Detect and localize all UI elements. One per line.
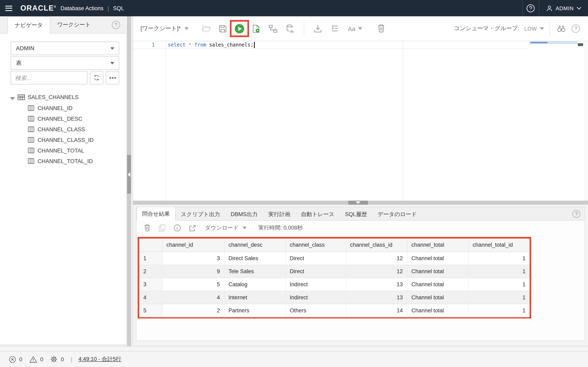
sidebar-splitter-handle[interactable] [127, 155, 131, 194]
tree-node-column[interactable]: CHANNEL_CLASS [11, 124, 119, 134]
grid-cell[interactable]: Channel total [407, 291, 468, 304]
grid-cell[interactable]: 1 [468, 252, 530, 265]
grid-row-4[interactable]: 44InternetIndirect13Channel total1 [139, 291, 530, 304]
grid-cell[interactable]: 4 [162, 291, 224, 304]
tree-node-table[interactable]: SALES_CHANNELS [11, 92, 119, 103]
grid-row-2[interactable]: 29Tele SalesDirect12Channel total1 [139, 265, 530, 278]
grid-cell[interactable]: Indirect [285, 278, 346, 291]
sql-editor[interactable]: 1 select * from sales_channels; [133, 41, 588, 201]
explain-plan-button[interactable] [268, 23, 278, 34]
worksheet-menu-chevron-icon[interactable] [184, 27, 189, 30]
grid-column-header[interactable]: channel_total [407, 239, 468, 252]
sidebar-splitter[interactable] [127, 16, 131, 346]
grid-column-header[interactable]: channel_total_id [468, 239, 530, 252]
grid-cell[interactable]: 9 [162, 265, 224, 278]
grid-cell[interactable]: Catalog [224, 278, 285, 291]
run-script-button[interactable] [251, 23, 261, 34]
tree-node-column[interactable]: CHANNEL_TOTAL_ID [11, 156, 119, 166]
row-number-cell[interactable]: 2 [139, 265, 162, 278]
grid-cell[interactable]: Tele Sales [224, 265, 285, 278]
expander-icon[interactable] [10, 95, 15, 100]
text-size-button[interactable]: Aa [346, 23, 364, 34]
worksheet-help-button[interactable]: ? [571, 23, 581, 34]
user-menu[interactable]: ADMIN [539, 0, 588, 16]
grid-cell[interactable]: Direct [285, 252, 346, 265]
grid-cell[interactable]: 1 [468, 291, 530, 304]
grid-cell[interactable]: 14 [346, 304, 407, 317]
task-count[interactable]: 0 [50, 356, 64, 363]
grid-column-header[interactable]: channel_desc [224, 239, 285, 252]
search-input[interactable] [11, 71, 87, 84]
grid-cell[interactable]: Internet [224, 291, 285, 304]
grid-cell[interactable]: Channel total [407, 304, 468, 317]
open-in-new-window-button[interactable] [188, 224, 196, 232]
error-count[interactable]: 0 [9, 356, 22, 363]
results-splitter[interactable] [133, 201, 588, 205]
grid-cell[interactable]: 1 [468, 265, 530, 278]
discard-results-button[interactable] [143, 224, 151, 232]
grid-column-header[interactable]: channel_id [162, 239, 224, 252]
grid-cell[interactable]: Channel total [407, 278, 468, 291]
grid-row-3[interactable]: 35CatalogIndirect13Channel total1 [139, 278, 530, 291]
sidebar-tab-1[interactable]: ワークシート [50, 16, 98, 33]
results-tab-5[interactable]: SQL履歴 [340, 209, 372, 220]
open-file-button[interactable] [201, 23, 211, 34]
grid-cell[interactable]: 5 [162, 278, 224, 291]
download-editor-button[interactable] [312, 23, 323, 34]
grid-column-header[interactable]: channel_class_id [346, 239, 407, 252]
results-tab-2[interactable]: DBMS出力 [225, 209, 263, 220]
row-number-cell[interactable]: 3 [139, 278, 162, 291]
tree-node-column[interactable]: CHANNEL_ID [11, 103, 119, 113]
save-button[interactable] [217, 23, 228, 34]
row-number-cell[interactable]: 5 [139, 304, 162, 317]
results-help-button[interactable]: ? [572, 210, 580, 218]
results-tab-0[interactable]: 問合せ結果 [136, 207, 176, 221]
clear-worksheet-button[interactable] [376, 23, 387, 34]
session-time-link[interactable]: 4:49:10 - 合計5行 [78, 356, 121, 363]
hamburger-menu-icon[interactable] [0, 0, 17, 16]
tree-node-column[interactable]: CHANNEL_TOTAL [11, 145, 119, 156]
grid-cell[interactable]: 3 [162, 252, 224, 265]
grid-cell[interactable]: Channel total [407, 252, 468, 265]
sidebar-tab-0[interactable]: ナビゲータ [7, 16, 50, 33]
grid-cell[interactable]: Others [285, 304, 346, 317]
more-options-button[interactable] [106, 71, 119, 84]
grid-row-1[interactable]: 13Direct SalesDirect12Channel total1 [139, 252, 530, 265]
editor-scrollbar-thumb[interactable] [578, 43, 583, 46]
tree-node-column[interactable]: CHANNEL_CLASS_ID [11, 134, 119, 145]
grid-cell[interactable]: Direct Sales [224, 252, 285, 265]
row-number-cell[interactable]: 4 [139, 291, 162, 304]
grid-column-header[interactable]: channel_class [285, 239, 346, 252]
grid-cell[interactable]: Channel total [407, 265, 468, 278]
editor-minimap[interactable] [530, 41, 577, 44]
results-tab-3[interactable]: 実行計画 [263, 209, 296, 220]
results-splitter-handle[interactable] [348, 201, 368, 205]
grid-cell[interactable]: 2 [162, 304, 224, 317]
grid-cell[interactable]: Partners [224, 304, 285, 317]
grid-cell[interactable]: Direct [285, 265, 346, 278]
grid-cell[interactable]: 13 [346, 278, 407, 291]
grid-cell[interactable]: 1 [468, 304, 530, 317]
grid-cell[interactable]: 1 [468, 278, 530, 291]
tree-node-column[interactable]: CHANNEL_DESC [11, 113, 119, 124]
sidebar-help-button[interactable]: ? [112, 21, 120, 29]
result-info-button[interactable] [173, 224, 181, 232]
autotrace-button[interactable] [285, 23, 295, 34]
results-tab-4[interactable]: 自動トレース [296, 209, 340, 220]
copy-results-button[interactable] [158, 224, 166, 232]
chevron-down-icon[interactable] [540, 27, 544, 30]
grid-cell[interactable]: 12 [346, 252, 407, 265]
grid-column-header[interactable] [139, 239, 162, 252]
grid-row-5[interactable]: 52PartnersOthers14Channel total1 [139, 304, 530, 317]
object-type-select[interactable]: 表 [11, 56, 119, 70]
help-button[interactable] [522, 0, 539, 16]
format-button[interactable] [329, 23, 340, 34]
schema-select[interactable]: ADMIN [11, 42, 119, 55]
grid-cell[interactable]: 13 [346, 291, 407, 304]
find-button[interactable] [556, 23, 566, 34]
consumer-group-select[interactable]: LOW [524, 25, 537, 32]
warning-count[interactable]: 0 [29, 356, 43, 363]
results-tab-6[interactable]: データのロード [372, 209, 422, 220]
refresh-button[interactable] [90, 71, 103, 84]
row-number-cell[interactable]: 1 [139, 252, 162, 265]
